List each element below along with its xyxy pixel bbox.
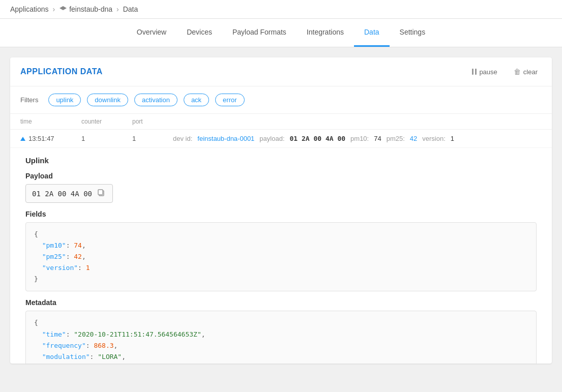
svg-marker-0 xyxy=(60,6,67,10)
card-title: APPLICATION DATA xyxy=(20,67,103,76)
table-header: time counter port xyxy=(10,114,552,130)
breadcrumb: Applications › feinstaub-dna › Data xyxy=(0,0,562,19)
fields-section-title: Fields xyxy=(25,210,537,218)
row-meta: dev id: feinstaub-dna-0001 payload: 01 2… xyxy=(173,135,542,142)
breadcrumb-sep-1: › xyxy=(53,5,55,13)
metadata-section-title: Metadata xyxy=(25,298,537,307)
filter-error[interactable]: error xyxy=(215,94,244,106)
version-value: 1 xyxy=(451,135,454,142)
filter-downlink[interactable]: downlink xyxy=(87,94,128,106)
expanded-section-title: Uplink xyxy=(25,156,537,165)
tab-payload-formats[interactable]: Payload Formats xyxy=(222,19,297,47)
tab-bar: Overview Devices Payload Formats Integra… xyxy=(0,19,562,47)
payload-section-title: Payload xyxy=(25,172,537,180)
expand-icon xyxy=(20,137,25,141)
breadcrumb-applications[interactable]: Applications xyxy=(10,5,49,13)
tab-integrations[interactable]: Integrations xyxy=(297,19,354,47)
clear-button[interactable]: 🗑 clear xyxy=(510,66,542,78)
expanded-detail: Uplink Payload 01 2A 00 4A 00 Fields { "… xyxy=(10,148,552,364)
payload-label: payload: xyxy=(259,135,284,142)
payload-hex-inline: 01 2A 00 4A 00 xyxy=(290,135,346,142)
trash-icon: 🗑 xyxy=(514,68,521,76)
breadcrumb-current: Data xyxy=(123,5,138,13)
col-port: port xyxy=(132,118,173,125)
tab-data[interactable]: Data xyxy=(354,19,390,47)
layers-icon xyxy=(59,5,67,13)
svg-rect-3 xyxy=(98,190,103,195)
pause-button[interactable]: pause xyxy=(468,66,501,78)
row-counter: 1 xyxy=(81,135,132,142)
payload-box: 01 2A 00 4A 00 xyxy=(25,184,113,203)
breadcrumb-sep-2: › xyxy=(116,5,119,13)
copy-icon xyxy=(97,189,105,197)
dev-id-link[interactable]: feinstaub-dna-0001 xyxy=(197,135,254,142)
header-actions: pause 🗑 clear xyxy=(468,66,542,78)
tab-settings[interactable]: Settings xyxy=(390,19,436,47)
pause-icon xyxy=(472,69,477,75)
pm25-value: 42 xyxy=(410,135,417,142)
filters-label: Filters xyxy=(20,96,38,104)
col-time: time xyxy=(20,118,81,125)
dev-id-label: dev id: xyxy=(173,135,192,142)
row-port: 1 xyxy=(132,135,173,142)
filter-ack[interactable]: ack xyxy=(184,94,209,106)
tab-overview[interactable]: Overview xyxy=(127,19,176,47)
pm25-label: pm25: xyxy=(387,135,405,142)
pm10-value: 74 xyxy=(374,135,381,142)
table-row[interactable]: 13:51:47 1 1 dev id: feinstaub-dna-0001 … xyxy=(10,130,552,148)
tab-devices[interactable]: Devices xyxy=(176,19,222,47)
row-time: 13:51:47 xyxy=(20,135,81,142)
payload-hex-display: 01 2A 00 4A 00 xyxy=(32,190,92,198)
data-scroll-container[interactable]: 13:51:47 1 1 dev id: feinstaub-dna-0001 … xyxy=(10,130,552,364)
fields-json-block: { "pm10": 74, "pm25": 42, "version": 1 } xyxy=(25,222,537,291)
pm10-label: pm10: xyxy=(350,135,369,142)
col-counter: counter xyxy=(81,118,132,125)
filter-uplink[interactable]: uplink xyxy=(48,94,81,106)
card-header: APPLICATION DATA pause 🗑 clear xyxy=(10,57,552,86)
filter-activation[interactable]: activation xyxy=(134,94,178,106)
version-label: version: xyxy=(422,135,446,142)
application-data-card: APPLICATION DATA pause 🗑 clear Filters u… xyxy=(10,57,552,364)
content-area: APPLICATION DATA pause 🗑 clear Filters u… xyxy=(0,47,562,374)
filters-row: Filters uplink downlink activation ack e… xyxy=(10,86,552,114)
breadcrumb-app[interactable]: feinstaub-dna xyxy=(59,5,112,13)
copy-payload-button[interactable] xyxy=(96,188,106,199)
metadata-json-block: { "time": "2020-10-21T11:51:47.564564653… xyxy=(25,311,537,364)
